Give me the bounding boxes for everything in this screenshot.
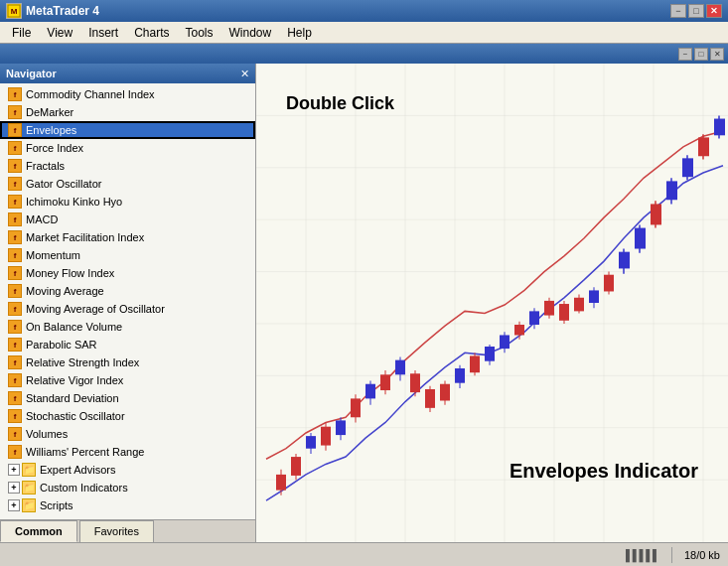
indicator-icon: f: [8, 284, 22, 298]
indicator-icon: f: [8, 445, 22, 459]
svg-rect-71: [651, 204, 661, 224]
nav-item[interactable]: fFractals: [0, 157, 255, 175]
nav-item-label: Fractals: [26, 160, 65, 172]
title-bar-controls: − □ ✕: [670, 4, 722, 18]
nav-item-label: Gator Oscillator: [26, 178, 101, 190]
indicator-icon: f: [8, 141, 22, 155]
svg-rect-39: [410, 373, 420, 392]
close-button[interactable]: ✕: [706, 4, 722, 18]
menu-help[interactable]: Help: [279, 24, 320, 42]
nav-item[interactable]: +📁Expert Advisors: [0, 461, 255, 479]
nav-item[interactable]: fCommodity Channel Index: [0, 85, 255, 103]
svg-text:M: M: [11, 7, 18, 16]
nav-item[interactable]: fParabolic SAR: [0, 336, 255, 354]
nav-item-label: Relative Strength Index: [26, 356, 139, 368]
menu-file[interactable]: File: [4, 24, 39, 42]
inner-close-button[interactable]: ✕: [710, 48, 724, 61]
nav-item-label: Custom Indicators: [40, 482, 128, 494]
tab-favorites[interactable]: Favorites: [79, 520, 154, 542]
indicator-icon: f: [8, 87, 22, 101]
menu-view[interactable]: View: [39, 24, 80, 42]
nav-item[interactable]: fGator Oscillator: [0, 175, 255, 193]
nav-item[interactable]: fWilliams' Percent Range: [0, 443, 255, 461]
nav-item[interactable]: fMomentum: [0, 246, 255, 264]
navigator-panel: Navigator ✕ fCommodity Channel IndexfDeM…: [0, 64, 256, 542]
minimize-button[interactable]: −: [670, 4, 686, 18]
inner-maximize-button[interactable]: □: [694, 48, 708, 61]
indicator-icon: f: [8, 427, 22, 441]
nav-item[interactable]: +📁Custom Indicators: [0, 479, 255, 496]
svg-rect-75: [682, 158, 693, 177]
svg-rect-63: [589, 290, 599, 303]
indicator-icon: f: [8, 248, 22, 262]
nav-item-label: Volumes: [26, 428, 68, 440]
nav-item[interactable]: fForce Index: [0, 139, 255, 157]
nav-item-label: Moving Average: [26, 285, 104, 297]
nav-item[interactable]: fStandard Deviation: [0, 389, 255, 407]
svg-rect-33: [365, 384, 375, 399]
indicator-icon: f: [8, 230, 22, 244]
nav-item-label: Stochastic Oscillator: [26, 410, 125, 422]
svg-rect-57: [544, 301, 554, 316]
nav-item[interactable]: fDeMarker: [0, 103, 255, 121]
nav-item[interactable]: fVolumes: [0, 425, 255, 443]
status-separator: [671, 547, 672, 563]
svg-rect-43: [440, 384, 450, 401]
nav-item[interactable]: fMoving Average of Oscillator: [0, 300, 255, 318]
nav-item[interactable]: fMoving Average: [0, 282, 255, 300]
menu-charts[interactable]: Charts: [126, 24, 177, 42]
nav-item-label: Envelopes: [26, 124, 76, 136]
svg-rect-79: [714, 119, 725, 136]
nav-item[interactable]: +📁Scripts: [0, 496, 255, 514]
inner-minimize-button[interactable]: −: [678, 48, 692, 61]
chart-status-icon: ▌▌▌▌▌: [626, 549, 659, 561]
nav-item-label: DeMarker: [26, 106, 73, 118]
inner-title-bar: − □ ✕: [0, 44, 728, 64]
nav-item[interactable]: fMarket Facilitation Index: [0, 228, 255, 246]
nav-item[interactable]: fStochastic Oscillator: [0, 407, 255, 425]
nav-item-label: On Balance Volume: [26, 321, 122, 333]
svg-rect-53: [514, 325, 524, 335]
svg-rect-37: [395, 360, 405, 375]
kb-label: 18/0 kb: [684, 549, 720, 561]
nav-item[interactable]: fEnvelopes: [0, 121, 255, 139]
svg-rect-51: [500, 335, 510, 349]
navigator-close-button[interactable]: ✕: [240, 68, 249, 80]
folder-icon: 📁: [22, 498, 36, 512]
svg-rect-41: [425, 389, 435, 408]
window-title: MetaTrader 4: [26, 4, 99, 18]
nav-item[interactable]: fRelative Vigor Index: [0, 371, 255, 389]
indicator-icon: f: [8, 338, 22, 352]
menu-tools[interactable]: Tools: [178, 24, 221, 42]
nav-item[interactable]: fOn Balance Volume: [0, 318, 255, 336]
svg-rect-61: [574, 298, 584, 312]
envelopes-annotation: Envelopes Indicator: [510, 460, 698, 483]
nav-item-label: Williams' Percent Range: [26, 446, 144, 458]
navigator-title: Navigator: [6, 68, 57, 79]
nav-item[interactable]: fMACD: [0, 211, 255, 228]
maximize-button[interactable]: □: [688, 4, 704, 18]
indicator-icon: f: [8, 302, 22, 316]
svg-rect-45: [455, 368, 465, 383]
nav-item[interactable]: fIchimoku Kinko Hyo: [0, 193, 255, 211]
navigator-tabs: Common Favorites: [0, 519, 255, 542]
nav-item-label: Moving Average of Oscillator: [26, 303, 165, 315]
navigator-list: fCommodity Channel IndexfDeMarkerfEnvelo…: [0, 83, 255, 519]
svg-rect-77: [698, 137, 709, 156]
double-click-annotation: Double Click: [286, 93, 394, 114]
svg-rect-23: [291, 457, 301, 476]
nav-item-label: Standard Deviation: [26, 392, 119, 404]
tab-common[interactable]: Common: [0, 520, 77, 542]
indicator-icon: f: [8, 409, 22, 423]
menu-insert[interactable]: Insert: [80, 24, 126, 42]
menu-window[interactable]: Window: [221, 24, 280, 42]
svg-rect-65: [604, 275, 614, 292]
nav-item-label: Relative Vigor Index: [26, 374, 123, 386]
svg-rect-73: [666, 181, 677, 200]
svg-rect-55: [529, 311, 539, 325]
chart-area[interactable]: Double Click Envelopes Indicator: [256, 64, 728, 542]
nav-item[interactable]: fRelative Strength Index: [0, 354, 255, 371]
indicator-icon: f: [8, 266, 22, 280]
nav-item[interactable]: fMoney Flow Index: [0, 264, 255, 282]
menu-bar: File View Insert Charts Tools Window Hel…: [0, 22, 728, 44]
